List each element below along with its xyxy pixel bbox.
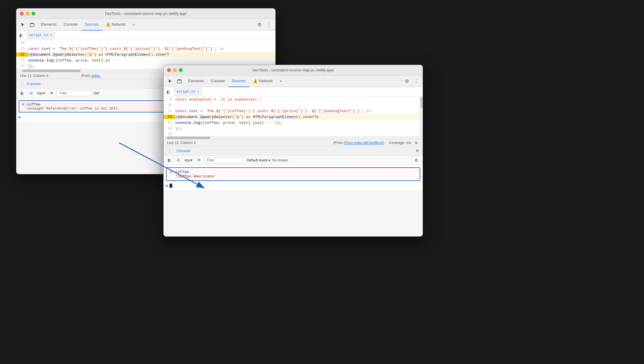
console-header-front: ⋮ Console ✕ [164,146,423,156]
console-clear-btn-back[interactable]: ⊘ [27,90,34,97]
tab-sources-front[interactable]: Sources [228,75,249,87]
success-value-front: 'Coffee Americano' [169,174,417,179]
code-area-container-front: 9 const endingText = `it is expensive!`;… [164,96,423,136]
code-line-12-front: 12 (▸document.▸querySelector('p') as HTM… [164,114,420,120]
eye-btn-front[interactable]: 👁 [195,157,202,164]
minimize-button-back[interactable] [26,12,29,15]
maximize-button-back[interactable] [32,12,35,15]
tab-elements-back[interactable]: Elements [37,19,60,31]
console-sidebar-btn-front[interactable]: ◧ [166,157,173,164]
success-name-front: coffee [175,170,189,174]
status-position-back: Line 12, Column 4 [20,74,48,78]
top-dropdown-front[interactable]: top ▾ [183,157,194,163]
status-position-front: Line 12, Column 4 [167,141,195,145]
v-scrollbar-front[interactable] [420,96,423,136]
settings-icon-back[interactable]: ⚙ [256,21,264,29]
error-x-icon-back: ✕ [22,102,25,107]
tab-more-back[interactable]: » [129,19,138,31]
cursor-icon-front[interactable] [166,77,174,85]
tab-network-front[interactable]: ⚠️ Network [249,75,276,87]
code-line-10-back: 10 [16,40,275,46]
v-scrollbar-thumb-front[interactable] [420,97,423,108]
file-tab-name-front: script.ts [176,90,195,94]
file-tab-bar-front: ◧ script.ts ✕ [164,87,423,96]
tab-bar-back: Elements Console Sources ⚠️ Network » [37,19,138,31]
tab-console-back[interactable]: Console [60,19,81,31]
console-clear-btn-front[interactable]: ⊘ [175,157,182,164]
cursor-blink-front [169,184,172,188]
filter-input-front[interactable] [204,157,245,163]
more-icon-back[interactable]: ⋮ [265,21,273,29]
filter-input-back[interactable] [57,90,92,96]
h-scrollbar-front[interactable] [164,136,423,139]
coverage-icon-front[interactable]: ⧉ [413,140,419,146]
console-prompt-front: ▶ [164,182,423,189]
console-label-back: Console [27,82,41,86]
window-title-back: DevTools - consistent-source-map-pc.netl… [105,11,187,16]
code-line-11-back: 11 const text = `The ${'{'}coffee{'}'} c… [16,46,275,52]
settings-btn-console-front[interactable]: ⚙ [412,156,420,164]
file-tab-script-back[interactable]: script.ts ✕ [26,31,55,39]
success-value-text-front: 'Coffee Americano' [175,174,216,179]
title-bar-back: DevTools - consistent-source-map-pc.netl… [16,8,275,19]
console-label-front: Console [176,149,190,153]
prompt-arrow-front: ▶ [166,183,168,188]
devtools-toolbar-front: Elements Console Sources ⚠️ Network » ⚙ … [164,75,423,87]
svg-rect-3 [178,80,181,80]
coverage-text-front: Coverage: n/a [389,141,411,145]
status-from-back: (From index. [81,74,101,78]
close-button-front[interactable] [167,68,171,72]
h-scrollbar-thumb-front[interactable] [167,137,210,139]
console-menu-front[interactable]: ⋮ [167,148,172,154]
prompt-arrow-back: ▶ [19,115,21,119]
file-tab-script-front[interactable]: script.ts ✕ [174,88,202,96]
code-line-15-front: 15 [164,131,420,136]
tab-bar-front: Elements Console Sources ⚠️ Network » [185,75,286,87]
eye-btn-back[interactable]: 👁 [48,90,55,97]
layers-icon-front[interactable] [175,77,183,85]
tab-console-front[interactable]: Console [207,75,228,87]
status-bar-front: Line 12, Column 4 (From (From index.a8c1… [164,139,423,146]
no-issues-label-front: No Issues [272,158,288,162]
console-close-front[interactable]: ✕ [415,148,419,154]
tab-elements-front[interactable]: Elements [185,75,207,87]
console-messages-front: ✕ coffee 'Coffee Americano' ▶ [164,165,423,190]
def-levels-back: Def [94,91,99,95]
more-icon-front[interactable]: ⋮ [412,77,420,85]
sidebar-toggle-back[interactable]: ◧ [18,32,24,39]
default-levels-btn-front[interactable]: Default levels ▾ [247,158,270,162]
sidebar-toggle-front[interactable]: ◧ [165,88,172,95]
h-scrollbar-thumb-back[interactable] [22,70,80,72]
title-bar-front: DevTools - consistent-source-map-pc.netl… [164,65,423,75]
console-sidebar-btn-back[interactable]: ◧ [19,90,26,97]
console-toolbar-front: ◧ ⊘ top ▾ 👁 Default levels ▾ No Issues ⚙ [164,156,423,165]
code-line-9-front: 9 const endingText = `it is expensive!`; [164,96,420,102]
tab-network-back[interactable]: ⚠️ Network [102,19,129,31]
code-line-13-front: 13 console.log([coffee, price, text].joi… [164,120,420,126]
layers-icon[interactable] [28,21,36,29]
code-line-12-back: 12 (▸document.▸querySelector('p') as HTM… [16,52,275,57]
file-tab-close-front[interactable]: ✕ [197,89,199,94]
console-section-front: ⋮ Console ✕ ◧ ⊘ top ▾ 👁 Default levels ▾… [164,146,423,190]
traffic-lights-back [20,12,35,15]
code-area-front: 9 const endingText = `it is expensive!`;… [164,96,420,136]
file-tab-close-back[interactable]: ✕ [50,33,52,37]
code-line-13-back: 13 console.log([coffee, price, text].jo [16,57,275,63]
tab-sources-back[interactable]: Sources [81,19,102,31]
svg-rect-0 [30,24,34,27]
code-line-14-front: 14 }); [164,126,420,131]
console-menu-back[interactable]: ⋮ [20,81,24,87]
svg-rect-2 [177,80,181,83]
settings-icon-front[interactable]: ⚙ [403,77,411,85]
window-title-front: DevTools - consistent-source-map-pc.netl… [252,68,334,72]
error-x-icon-front: ✕ [169,170,173,174]
maximize-button-front[interactable] [179,68,183,72]
tab-more-front[interactable]: » [276,75,285,87]
cursor-icon[interactable] [19,21,27,29]
console-success-box-front: ✕ coffee 'Coffee Americano' [166,167,420,181]
devtools-toolbar-back: Elements Console Sources ⚠️ Network » ⚙ … [16,19,275,31]
close-button-back[interactable] [20,12,24,15]
code-line-10-front: 10 [164,102,420,108]
minimize-button-front[interactable] [173,68,177,72]
top-dropdown-back[interactable]: top ▾ [36,90,46,96]
